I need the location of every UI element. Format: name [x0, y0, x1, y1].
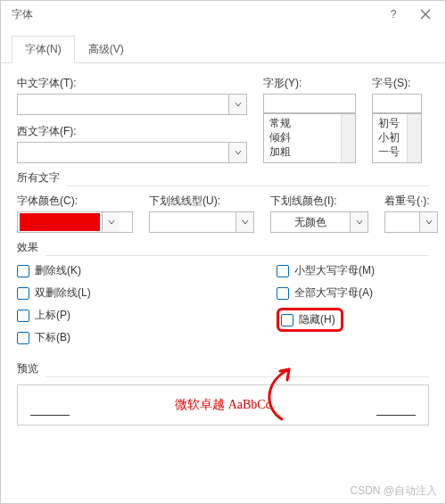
label-all-text: 所有文字 [17, 170, 429, 186]
help-icon: ? [391, 8, 397, 21]
font-dialog: 字体 ? 字体(N) 高级(V) 中文字体(T): 西文字体(F): [0, 0, 446, 504]
cn-font-combo[interactable] [17, 94, 247, 115]
divider [45, 255, 429, 256]
underline-sample [376, 415, 416, 416]
highlight-annotation: 隐藏(H) [277, 308, 343, 332]
checkbox-icon [281, 314, 293, 326]
checkbox-all-caps[interactable]: 全部大写字母(A) [277, 285, 429, 301]
size-input[interactable] [372, 94, 422, 113]
style-list[interactable]: 常规 倾斜 加粗 [263, 113, 356, 163]
scrollbar[interactable] [341, 114, 355, 162]
checkbox-icon [17, 265, 29, 277]
label-style: 字形(Y): [263, 76, 356, 91]
checkbox-strikethrough[interactable]: 删除线(K) [17, 263, 169, 278]
checkbox-icon [277, 287, 289, 300]
label-underline-color: 下划线颜色(I): [270, 194, 368, 209]
label-emphasis: 着重号(·): [384, 194, 438, 209]
underline-color-combo[interactable]: 无颜色 [270, 211, 368, 233]
checkbox-double-strikethrough[interactable]: 双删除线(L) [17, 285, 169, 301]
style-input[interactable] [263, 94, 356, 113]
dialog-content: 中文字体(T): 西文字体(F): 字形(Y): 常规 倾斜 加 [1, 63, 445, 503]
font-color-combo[interactable] [17, 211, 133, 233]
help-button[interactable]: ? [377, 3, 409, 26]
divider [45, 376, 429, 377]
label-en-font: 西文字体(F): [17, 124, 247, 139]
chevron-down-icon [419, 212, 437, 232]
close-button[interactable] [409, 3, 442, 26]
label-underline-style: 下划线线型(U): [149, 194, 254, 209]
chevron-down-icon [235, 212, 253, 232]
tab-font[interactable]: 字体(N) [12, 36, 75, 63]
checkbox-icon [17, 332, 29, 344]
label-font-color: 字体颜色(C): [17, 194, 133, 209]
checkbox-icon [17, 287, 29, 300]
chevron-down-icon [102, 212, 120, 232]
checkbox-subscript[interactable]: 下标(B) [17, 330, 169, 345]
checkbox-small-caps[interactable]: 小型大写字母(M) [277, 263, 429, 278]
watermark: CSDN @自动注入 [350, 483, 437, 499]
color-swatch [20, 213, 100, 231]
size-list[interactable]: 初号 小初 一号 [372, 113, 422, 163]
close-icon [420, 9, 431, 20]
emphasis-combo[interactable] [384, 211, 438, 233]
label-effects: 效果 [17, 240, 429, 255]
checkbox-icon [277, 265, 289, 277]
underline-sample [30, 415, 70, 416]
chevron-down-icon [228, 95, 246, 114]
preview-box: 微软卓越 AaBbCc [17, 384, 429, 426]
en-font-combo[interactable] [17, 142, 247, 163]
preview-text: 微软卓越 AaBbCc [175, 397, 271, 413]
titlebar: 字体 ? [1, 1, 445, 28]
checkbox-superscript[interactable]: 上标(P) [17, 308, 169, 323]
label-size: 字号(S): [372, 76, 422, 91]
divider [67, 186, 429, 186]
label-cn-font: 中文字体(T): [17, 76, 247, 91]
underline-style-combo[interactable] [149, 211, 254, 233]
checkbox-hidden[interactable]: 隐藏(H) [281, 312, 335, 327]
scrollbar[interactable] [407, 114, 421, 162]
tab-strip: 字体(N) 高级(V) [1, 28, 445, 63]
chevron-down-icon [350, 212, 368, 232]
tab-advanced[interactable]: 高级(V) [75, 36, 137, 63]
chevron-down-icon [228, 143, 246, 162]
checkbox-icon [17, 310, 29, 322]
dialog-title: 字体 [12, 7, 377, 22]
label-preview: 预览 [17, 361, 429, 376]
